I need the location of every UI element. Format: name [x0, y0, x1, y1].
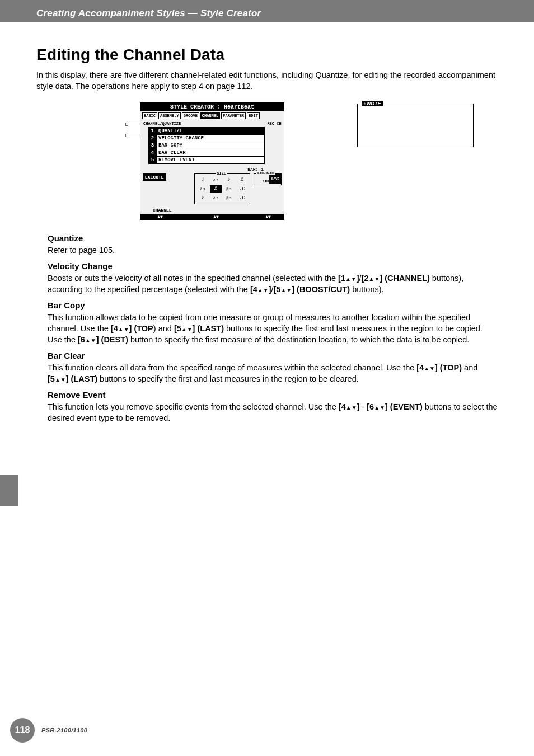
- page-title: Editing the Channel Data: [36, 46, 498, 64]
- strength-value: 100%: [262, 179, 273, 184]
- sections: Quantize Refer to page 105. Velocity Cha…: [36, 233, 498, 424]
- section-velocity-change: Velocity Change Boosts or cuts the veloc…: [48, 261, 498, 295]
- size-cell: ♩c: [236, 185, 249, 193]
- lcd-list-row: 5REMOVE EVENT: [149, 157, 264, 163]
- barcopy-body: This function allows data to be copied f…: [48, 312, 498, 345]
- size-cell: ♪₃: [210, 194, 222, 202]
- barcopy-heading: Bar Copy: [48, 300, 498, 310]
- barclear-heading: Bar Clear: [48, 351, 498, 360]
- size-cell: ♬₃: [223, 185, 235, 193]
- lcd-menu-list: 1QUANTIZE2VELOCITY CHANGE3BAR COPY4BAR C…: [148, 127, 265, 164]
- page-number: 118: [10, 718, 35, 743]
- note-callout-box: NOTE: [357, 104, 474, 147]
- model-label: PSR-2100/1100: [41, 727, 87, 734]
- lcd-tab: PARAMETER: [221, 112, 246, 119]
- section-remove-event: Remove Event This function lets you remo…: [48, 390, 498, 424]
- size-cell: ♬: [236, 176, 249, 184]
- header-section-title: Creating Accompaniment Styles — Style Cr…: [36, 8, 261, 19]
- lcd-list-row: 1QUANTIZE: [149, 128, 264, 135]
- velocity-body: Boosts or cuts the velocity of all notes…: [48, 273, 498, 295]
- size-cell: ♪₃: [210, 176, 222, 184]
- section-quantize: Quantize Refer to page 105.: [48, 233, 498, 256]
- lcd-list-row: 3BAR COPY: [149, 142, 264, 149]
- side-tab: [0, 475, 18, 506]
- size-cell: ♬: [210, 185, 222, 193]
- size-cell: ♪: [196, 194, 209, 202]
- lcd-tab: EDIT: [247, 112, 260, 119]
- velocity-heading: Velocity Change: [48, 261, 498, 271]
- lcd-tab: GROOVE: [182, 112, 199, 119]
- lcd-tab: BASIC: [142, 112, 157, 119]
- size-cell: ♬₃: [223, 194, 235, 202]
- footer: 118 PSR-2100/1100: [0, 718, 87, 743]
- lcd-subheader: CHANNEL/QUANTIZE: [140, 120, 284, 126]
- rec-ch-label: REC CH: [267, 122, 282, 126]
- remove-heading: Remove Event: [48, 390, 498, 400]
- note-tag: NOTE: [362, 101, 383, 106]
- lcd-bottom-arrows: ▲▼ ▲▼ ▲▼: [140, 214, 284, 219]
- strength-box: STRENGTH 100%: [254, 173, 282, 185]
- size-cell: ♪: [223, 176, 235, 184]
- channel-label: CHANNEL: [140, 208, 284, 214]
- page-content: Editing the Channel Data In this display…: [0, 22, 534, 424]
- figure-row: STYLE CREATOR : HeartBeat BASICASSEMBLYG…: [36, 102, 498, 220]
- callout-leader-lines: [125, 123, 140, 138]
- strength-label: STRENGTH: [256, 171, 275, 175]
- barclear-body: This function clears all data from the s…: [48, 362, 498, 384]
- remove-body: This function lets you remove specific e…: [48, 401, 498, 424]
- lcd-screenshot: STYLE CREATOR : HeartBeat BASICASSEMBLYG…: [140, 102, 284, 220]
- lcd-list-row: 4BAR CLEAR: [149, 149, 264, 157]
- lcd-tabs: BASICASSEMBLYGROOVECHANNELPARAMETEREDIT: [140, 111, 284, 120]
- header-bar: Creating Accompaniment Styles — Style Cr…: [0, 0, 534, 22]
- intro-paragraph: In this display, there are five differen…: [36, 69, 498, 92]
- lcd-title: STYLE CREATOR : HeartBeat: [140, 103, 284, 111]
- lcd-list-row: 2VELOCITY CHANGE: [149, 135, 264, 142]
- quantize-body: Refer to page 105.: [48, 245, 498, 256]
- lcd-tab: CHANNEL: [200, 112, 220, 119]
- size-label: SIZE: [216, 171, 227, 176]
- section-bar-clear: Bar Clear This function clears all data …: [48, 351, 498, 384]
- size-cell: ♪₃: [196, 185, 209, 193]
- section-bar-copy: Bar Copy This function allows data to be…: [48, 300, 498, 345]
- quantize-heading: Quantize: [48, 233, 498, 243]
- size-cell: ♩c: [236, 194, 249, 202]
- size-cell: ♩: [196, 176, 209, 184]
- execute-button: EXECUTE: [143, 173, 166, 181]
- size-grid: SIZE ♩♪₃♪♬♪₃♬♬₃♩c♪♪₃♬₃♩c: [194, 173, 250, 204]
- lcd-tab: ASSEMBLY: [158, 112, 181, 119]
